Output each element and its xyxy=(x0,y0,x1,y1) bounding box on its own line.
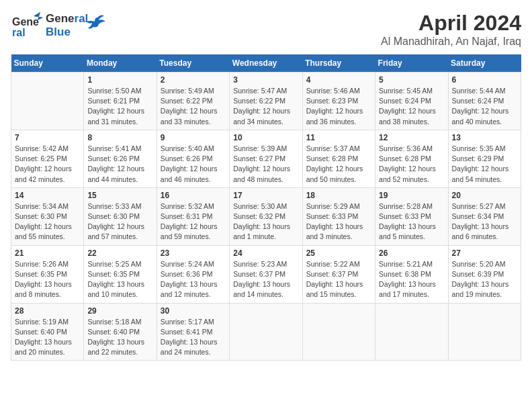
calendar-week-row: 1Sunrise: 5:50 AM Sunset: 6:21 PM Daylig… xyxy=(11,73,521,130)
day-number: 28 xyxy=(15,306,80,316)
day-number: 3 xyxy=(233,75,298,85)
day-info: Sunrise: 5:30 AM Sunset: 6:32 PM Dayligh… xyxy=(233,201,298,242)
weekday-header-tuesday: Tuesday xyxy=(157,54,229,73)
day-info: Sunrise: 5:21 AM Sunset: 6:38 PM Dayligh… xyxy=(379,259,444,300)
calendar-cell: 27Sunrise: 5:20 AM Sunset: 6:39 PM Dayli… xyxy=(448,245,521,303)
calendar-cell: 23Sunrise: 5:24 AM Sunset: 6:36 PM Dayli… xyxy=(157,245,229,303)
calendar-week-row: 28Sunrise: 5:19 AM Sunset: 6:40 PM Dayli… xyxy=(11,303,521,361)
page-title: April 2024 xyxy=(381,11,521,36)
day-info: Sunrise: 5:39 AM Sunset: 6:27 PM Dayligh… xyxy=(233,144,298,185)
day-info: Sunrise: 5:17 AM Sunset: 6:41 PM Dayligh… xyxy=(161,317,226,358)
calendar-cell xyxy=(448,303,521,361)
calendar-cell: 7Sunrise: 5:42 AM Sunset: 6:25 PM Daylig… xyxy=(11,130,84,187)
calendar-cell: 17Sunrise: 5:30 AM Sunset: 6:32 PM Dayli… xyxy=(230,187,302,245)
logo-icon: Gene ral xyxy=(11,11,43,40)
day-info: Sunrise: 5:45 AM Sunset: 6:24 PM Dayligh… xyxy=(379,86,444,127)
day-info: Sunrise: 5:32 AM Sunset: 6:31 PM Dayligh… xyxy=(161,201,226,242)
day-number: 14 xyxy=(15,191,80,200)
calendar-cell: 2Sunrise: 5:49 AM Sunset: 6:22 PM Daylig… xyxy=(157,73,229,130)
day-number: 6 xyxy=(452,75,517,85)
day-info: Sunrise: 5:25 AM Sunset: 6:35 PM Dayligh… xyxy=(87,259,152,300)
day-info: Sunrise: 5:35 AM Sunset: 6:29 PM Dayligh… xyxy=(452,144,517,185)
calendar-week-row: 14Sunrise: 5:34 AM Sunset: 6:30 PM Dayli… xyxy=(11,187,521,245)
weekday-header-sunday: Sunday xyxy=(11,54,84,73)
calendar-header-row: SundayMondayTuesdayWednesdayThursdayFrid… xyxy=(11,54,521,73)
calendar-cell xyxy=(230,303,302,361)
calendar-cell: 10Sunrise: 5:39 AM Sunset: 6:27 PM Dayli… xyxy=(230,130,302,187)
calendar-cell: 20Sunrise: 5:27 AM Sunset: 6:34 PM Dayli… xyxy=(448,187,521,245)
day-info: Sunrise: 5:34 AM Sunset: 6:30 PM Dayligh… xyxy=(15,201,80,242)
calendar-cell: 3Sunrise: 5:47 AM Sunset: 6:22 PM Daylig… xyxy=(230,73,302,130)
day-info: Sunrise: 5:44 AM Sunset: 6:24 PM Dayligh… xyxy=(452,86,517,127)
day-info: Sunrise: 5:29 AM Sunset: 6:33 PM Dayligh… xyxy=(306,201,371,242)
calendar-cell: 12Sunrise: 5:36 AM Sunset: 6:28 PM Dayli… xyxy=(375,130,448,187)
day-number: 10 xyxy=(233,133,298,142)
calendar-week-row: 21Sunrise: 5:26 AM Sunset: 6:35 PM Dayli… xyxy=(11,245,521,303)
calendar-cell: 19Sunrise: 5:28 AM Sunset: 6:33 PM Dayli… xyxy=(375,187,448,245)
calendar-cell: 11Sunrise: 5:37 AM Sunset: 6:28 PM Dayli… xyxy=(302,130,375,187)
calendar-cell: 8Sunrise: 5:41 AM Sunset: 6:26 PM Daylig… xyxy=(84,130,157,187)
calendar-cell xyxy=(375,303,448,361)
weekday-header-thursday: Thursday xyxy=(302,54,375,73)
calendar-cell: 26Sunrise: 5:21 AM Sunset: 6:38 PM Dayli… xyxy=(375,245,448,303)
day-info: Sunrise: 5:27 AM Sunset: 6:34 PM Dayligh… xyxy=(452,201,517,242)
day-number: 25 xyxy=(306,248,371,258)
day-number: 24 xyxy=(233,248,298,258)
day-info: Sunrise: 5:40 AM Sunset: 6:26 PM Dayligh… xyxy=(161,144,226,185)
day-number: 27 xyxy=(452,248,517,258)
logo-line1: General xyxy=(46,12,88,26)
weekday-header-saturday: Saturday xyxy=(448,54,521,73)
calendar-cell: 18Sunrise: 5:29 AM Sunset: 6:33 PM Dayli… xyxy=(302,187,375,245)
calendar-cell: 14Sunrise: 5:34 AM Sunset: 6:30 PM Dayli… xyxy=(11,187,84,245)
day-info: Sunrise: 5:20 AM Sunset: 6:39 PM Dayligh… xyxy=(452,259,517,300)
day-number: 15 xyxy=(87,191,152,200)
day-number: 9 xyxy=(161,133,226,142)
day-number: 20 xyxy=(452,191,517,200)
calendar-cell: 5Sunrise: 5:45 AM Sunset: 6:24 PM Daylig… xyxy=(375,73,448,130)
day-info: Sunrise: 5:37 AM Sunset: 6:28 PM Dayligh… xyxy=(306,144,371,185)
weekday-header-monday: Monday xyxy=(84,54,157,73)
day-info: Sunrise: 5:42 AM Sunset: 6:25 PM Dayligh… xyxy=(15,144,80,185)
day-info: Sunrise: 5:33 AM Sunset: 6:30 PM Dayligh… xyxy=(87,201,152,242)
day-number: 23 xyxy=(161,248,226,258)
day-number: 30 xyxy=(161,306,226,316)
day-info: Sunrise: 5:18 AM Sunset: 6:40 PM Dayligh… xyxy=(87,317,152,358)
day-info: Sunrise: 5:50 AM Sunset: 6:21 PM Dayligh… xyxy=(87,86,152,127)
logo-line2: Blue xyxy=(46,26,88,39)
calendar-cell: 28Sunrise: 5:19 AM Sunset: 6:40 PM Dayli… xyxy=(11,303,84,361)
svg-text:Gene: Gene xyxy=(12,16,39,28)
calendar-week-row: 7Sunrise: 5:42 AM Sunset: 6:25 PM Daylig… xyxy=(11,130,521,187)
calendar-cell: 25Sunrise: 5:22 AM Sunset: 6:37 PM Dayli… xyxy=(302,245,375,303)
title-area: April 2024 Al Manadhirah, An Najaf, Iraq xyxy=(381,11,521,48)
calendar-body: 1Sunrise: 5:50 AM Sunset: 6:21 PM Daylig… xyxy=(11,73,521,361)
header: Gene ral General Blue April 2024 Al Mana… xyxy=(11,11,521,48)
day-number: 8 xyxy=(87,133,152,142)
logo: Gene ral General Blue xyxy=(11,11,105,40)
day-number: 5 xyxy=(379,75,444,85)
day-number: 11 xyxy=(306,133,371,142)
day-number: 26 xyxy=(379,248,444,258)
calendar-cell: 30Sunrise: 5:17 AM Sunset: 6:41 PM Dayli… xyxy=(157,303,229,361)
day-number: 21 xyxy=(15,248,80,258)
day-info: Sunrise: 5:26 AM Sunset: 6:35 PM Dayligh… xyxy=(15,259,80,300)
calendar-table: SundayMondayTuesdayWednesdayThursdayFrid… xyxy=(11,54,521,361)
weekday-header-friday: Friday xyxy=(375,54,448,73)
day-info: Sunrise: 5:46 AM Sunset: 6:23 PM Dayligh… xyxy=(306,86,371,127)
calendar-cell: 1Sunrise: 5:50 AM Sunset: 6:21 PM Daylig… xyxy=(84,73,157,130)
calendar-cell: 4Sunrise: 5:46 AM Sunset: 6:23 PM Daylig… xyxy=(302,73,375,130)
calendar-cell: 29Sunrise: 5:18 AM Sunset: 6:40 PM Dayli… xyxy=(84,303,157,361)
day-number: 17 xyxy=(233,191,298,200)
calendar-cell xyxy=(302,303,375,361)
calendar-cell: 15Sunrise: 5:33 AM Sunset: 6:30 PM Dayli… xyxy=(84,187,157,245)
day-number: 13 xyxy=(452,133,517,142)
day-info: Sunrise: 5:47 AM Sunset: 6:22 PM Dayligh… xyxy=(233,86,298,127)
day-info: Sunrise: 5:49 AM Sunset: 6:22 PM Dayligh… xyxy=(161,86,226,127)
day-info: Sunrise: 5:36 AM Sunset: 6:28 PM Dayligh… xyxy=(379,144,444,185)
calendar-cell: 13Sunrise: 5:35 AM Sunset: 6:29 PM Dayli… xyxy=(448,130,521,187)
weekday-header-wednesday: Wednesday xyxy=(230,54,302,73)
day-number: 7 xyxy=(15,133,80,142)
calendar-cell: 9Sunrise: 5:40 AM Sunset: 6:26 PM Daylig… xyxy=(157,130,229,187)
bird-icon xyxy=(85,12,105,32)
day-info: Sunrise: 5:23 AM Sunset: 6:37 PM Dayligh… xyxy=(233,259,298,300)
day-info: Sunrise: 5:28 AM Sunset: 6:33 PM Dayligh… xyxy=(379,201,444,242)
